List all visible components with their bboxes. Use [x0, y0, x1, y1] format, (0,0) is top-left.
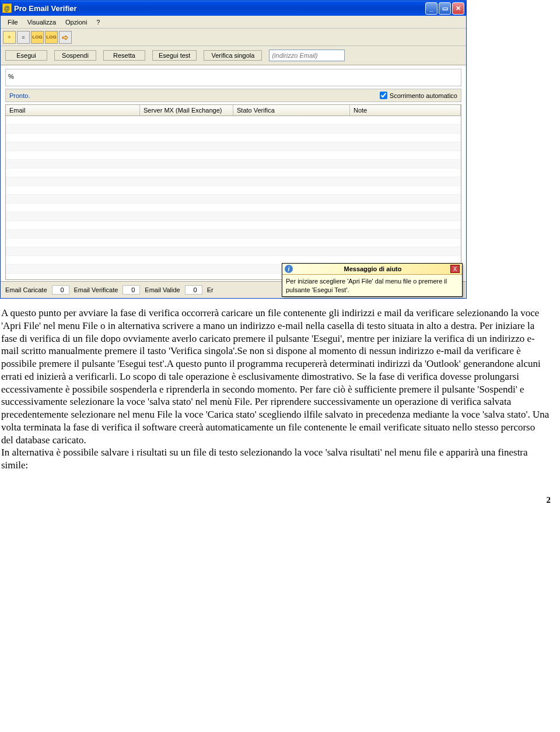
- table-row: [6, 230, 461, 239]
- table-row: [6, 169, 461, 177]
- status-bar: Pronto. Scorrimento automatico: [5, 89, 461, 102]
- stats-bar: Email Caricate 0 Email Verificate 0 Emai…: [1, 281, 466, 298]
- progress-bar: %: [5, 69, 461, 86]
- page-number: 2: [0, 472, 560, 511]
- results-table: Email Server MX (Mail Exchange) Stato Ve…: [5, 104, 461, 280]
- arrow-icon[interactable]: ➪: [59, 31, 72, 44]
- menu-help[interactable]: ?: [92, 17, 104, 27]
- email-input[interactable]: [269, 50, 345, 61]
- add-icon[interactable]: +: [3, 31, 16, 44]
- info-icon: i: [285, 265, 293, 273]
- tooltip-close-button[interactable]: X: [450, 265, 460, 273]
- maximize-button[interactable]: ▭: [439, 2, 451, 15]
- table-row: [6, 151, 461, 160]
- col-stato[interactable]: Stato Verifica: [233, 105, 350, 115]
- doc-paragraph-1: A questo punto per avviare la fase di ve…: [1, 307, 550, 446]
- status-text: Pronto.: [9, 92, 380, 99]
- table-row: [6, 239, 461, 247]
- stat-caricate-label: Email Caricate: [5, 286, 47, 293]
- log-icon-1[interactable]: LOG: [31, 31, 44, 44]
- table-body: [6, 116, 461, 279]
- toolbar: + ≡ LOG LOG ➪: [1, 29, 466, 46]
- app-icon: @: [2, 3, 12, 13]
- esegui-button[interactable]: Esegui: [5, 50, 47, 61]
- table-row: [6, 247, 461, 256]
- stat-caricate-value: 0: [52, 285, 69, 295]
- table-row: [6, 186, 461, 195]
- resetta-button[interactable]: Resetta: [103, 50, 145, 61]
- document-text: A questo punto per avviare la fase di ve…: [0, 299, 555, 472]
- help-tooltip: i Messaggio di aiuto X Per iniziare sceg…: [282, 263, 463, 297]
- menu-file[interactable]: File: [3, 17, 23, 27]
- window-title: Pro Email Verifier: [14, 4, 425, 13]
- tooltip-title: Messaggio di aiuto: [295, 265, 450, 272]
- stat-valide-value: 0: [185, 285, 202, 295]
- table-row: [6, 160, 461, 169]
- menu-opzioni[interactable]: Opzioni: [61, 17, 92, 27]
- col-server[interactable]: Server MX (Mail Exchange): [140, 105, 233, 115]
- col-email[interactable]: Email: [6, 105, 140, 115]
- menu-visualizza[interactable]: Visualizza: [23, 17, 61, 27]
- table-row: [6, 212, 461, 221]
- col-note[interactable]: Note: [350, 105, 461, 115]
- progress-percent-label: %: [8, 73, 14, 80]
- table-row: [6, 142, 461, 151]
- sospendi-button[interactable]: Sospendi: [54, 50, 96, 61]
- stat-verificate-value: 0: [123, 285, 140, 295]
- stat-verificate-label: Email Verificate: [74, 286, 118, 293]
- stat-err-prefix: Er: [207, 286, 214, 293]
- table-header: Email Server MX (Mail Exchange) Stato Ve…: [6, 105, 461, 116]
- tooltip-body: Per iniziare scegliere 'Apri File' dal m…: [282, 275, 462, 296]
- menu-bar: File Visualizza Opzioni ?: [1, 16, 466, 29]
- table-row: [6, 195, 461, 204]
- minimize-button[interactable]: _: [425, 2, 438, 15]
- window-controls: _ ▭ ✕: [425, 2, 464, 15]
- table-row: [6, 116, 461, 125]
- stat-valide-label: Email Valide: [145, 286, 180, 293]
- tooltip-title-bar: i Messaggio di aiuto X: [282, 264, 462, 275]
- close-button[interactable]: ✕: [452, 2, 464, 15]
- table-row: [6, 125, 461, 134]
- log-icon-2[interactable]: LOG: [45, 31, 58, 44]
- doc-paragraph-2: In alternativa è possibile salvare i ris…: [1, 446, 550, 472]
- autoscroll-checkbox[interactable]: Scorrimento automatico: [380, 92, 457, 99]
- action-bar: Esegui Sospendi Resetta Esegui test Veri…: [1, 46, 466, 65]
- table-row: [6, 134, 461, 142]
- table-row: [6, 204, 461, 212]
- title-bar: @ Pro Email Verifier _ ▭ ✕: [1, 1, 466, 16]
- esegui-test-button[interactable]: Esegui test: [152, 50, 197, 61]
- table-row: [6, 177, 461, 186]
- app-window: @ Pro Email Verifier _ ▭ ✕ File Visualiz…: [0, 0, 467, 299]
- verifica-singola-button[interactable]: Verifica singola: [204, 50, 262, 61]
- autoscroll-input[interactable]: [380, 92, 387, 99]
- table-row: [6, 221, 461, 230]
- autoscroll-label: Scorrimento automatico: [390, 92, 457, 99]
- list-icon[interactable]: ≡: [17, 31, 30, 44]
